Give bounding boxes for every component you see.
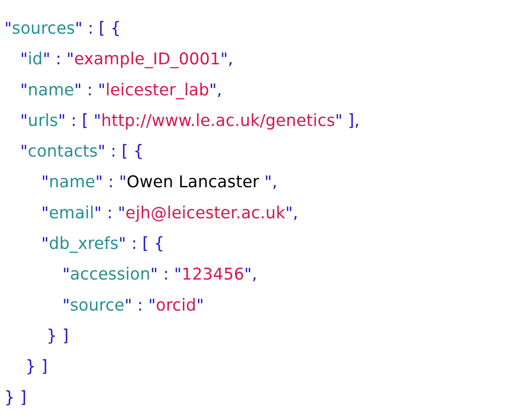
key-id: id	[28, 49, 43, 68]
key-dbxrefs: db_xrefs	[49, 234, 119, 253]
value-source: orcid	[156, 296, 196, 315]
key-urls: urls	[28, 111, 58, 130]
line-email: "email" : "ejh@leicester.ac.uk",	[41, 203, 298, 222]
key-contacts: contacts	[28, 142, 98, 161]
close-dbxrefs: } ]	[47, 326, 69, 345]
value-id: example_ID_0001	[74, 49, 220, 68]
line-sources: "sources" : [ {	[4, 19, 121, 38]
close-contacts: } ]	[25, 357, 48, 376]
key-accession: accession	[70, 265, 150, 284]
json-code-block: "sources" : [ { "id" : "example_ID_0001"…	[0, 0, 525, 413]
line-name: "name" : "leicester_lab",	[20, 80, 222, 99]
key-email: email	[49, 203, 94, 222]
close-sources: } ]	[4, 388, 27, 407]
line-dbxrefs: "db_xrefs" : [ {	[41, 234, 164, 253]
value-name: leicester_lab	[105, 80, 209, 99]
line-id: "id" : "example_ID_0001",	[20, 49, 233, 68]
key-source: source	[70, 296, 125, 315]
value-url: http://www.le.ac.uk/genetics	[101, 111, 335, 130]
key-contact-name: name	[49, 172, 95, 191]
key-sources: sources	[12, 19, 75, 38]
key-name: name	[28, 80, 74, 99]
line-source: "source" : "orcid"	[63, 296, 204, 315]
value-accession: 123456	[182, 265, 244, 284]
value-email: ejh@leicester.ac.uk	[126, 203, 285, 222]
line-urls: "urls" : [ "http://www.le.ac.uk/genetics…	[20, 111, 360, 130]
line-contacts: "contacts" : [ {	[20, 142, 144, 161]
value-contact-name: Owen Lancaster	[126, 172, 264, 191]
line-contact-name: "name" : "Owen Lancaster ",	[41, 172, 277, 191]
line-accession: "accession" : "123456",	[63, 265, 257, 284]
